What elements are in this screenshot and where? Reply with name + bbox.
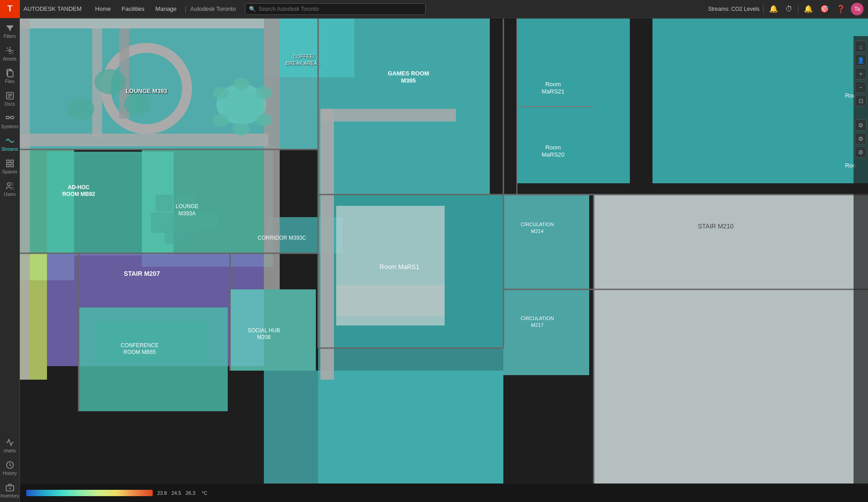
svg-rect-38: [264, 19, 280, 289]
svg-rect-8: [6, 164, 9, 167]
help-icon[interactable]: ❓: [835, 3, 847, 15]
sidebar-item-files-label: Files: [5, 79, 14, 84]
systems-icon: [5, 114, 14, 123]
svg-rect-33: [594, 289, 868, 483]
svg-text:ROOM MB92: ROOM MB92: [62, 191, 95, 197]
svg-rect-2: [8, 71, 13, 77]
search-bar[interactable]: 🔍: [245, 3, 426, 15]
app-logo: T: [0, 0, 20, 18]
svg-point-10: [7, 183, 10, 186]
target-icon[interactable]: 🎯: [818, 3, 831, 15]
sidebar-item-charts[interactable]: charts: [0, 434, 20, 457]
right-controls-panel: ⌂ 👤 + − ⊡ ⚙ ⚙ ⚙: [854, 36, 868, 484]
legend-bar: 23.8 24.5 26.3 °C: [20, 484, 868, 502]
svg-rect-6: [6, 160, 9, 163]
svg-point-0: [9, 50, 11, 52]
svg-text:AD-HOC: AD-HOC: [68, 184, 89, 191]
svg-rect-22: [652, 107, 868, 183]
svg-rect-7: [10, 160, 13, 163]
sidebar-item-inventory[interactable]: Inventory: [0, 479, 20, 502]
svg-rect-9: [10, 164, 13, 167]
users-icon: [5, 181, 14, 191]
sidebar-item-filters[interactable]: Filters: [0, 20, 20, 42]
legend-mid1: 24.5: [171, 490, 181, 496]
svg-rect-18: [318, 19, 490, 195]
nav-facilities[interactable]: Facilities: [117, 4, 149, 14]
svg-point-60: [94, 69, 126, 94]
fit-view-button[interactable]: ⊡: [855, 95, 867, 107]
svg-text:GAMES ROOM: GAMES ROOM: [388, 70, 429, 77]
svg-point-70: [233, 123, 249, 135]
sidebar-item-history-label: History: [3, 471, 17, 476]
home-view-button[interactable]: ⌂: [855, 41, 867, 52]
sidebar-item-systems[interactable]: Systems: [0, 110, 20, 133]
settings-view-button[interactable]: ⚙: [855, 119, 867, 131]
svg-rect-76: [94, 321, 207, 362]
sidebar-item-users-label: Users: [4, 192, 15, 197]
sidebar-item-filters-label: Filters: [4, 34, 16, 39]
svg-rect-29: [594, 195, 868, 289]
svg-text:M208: M208: [257, 334, 271, 340]
floor-plan[interactable]: LOUNGE M393 COFFEE/ BREAK AREA... GAMES …: [20, 18, 868, 484]
nav-manage[interactable]: Manage: [151, 4, 181, 14]
search-icon: 🔍: [249, 6, 256, 12]
floor-plan-svg: LOUNGE M393 COFFEE/ BREAK AREA... GAMES …: [20, 18, 868, 484]
sidebar-item-charts-label: charts: [4, 448, 16, 453]
legend-unit: °C: [202, 490, 207, 496]
sidebar: Filters Assets Files Docs Systems: [0, 18, 20, 502]
sidebar-item-spaces[interactable]: Spaces: [0, 155, 20, 178]
svg-rect-39: [20, 134, 268, 146]
svg-text:COFFEE/: COFFEE/: [293, 54, 315, 59]
sidebar-item-files[interactable]: Files: [0, 65, 20, 88]
svg-text:Room: Room: [545, 81, 561, 88]
sidebar-item-streams[interactable]: Streams: [0, 133, 20, 155]
sidebar-item-systems-label: Systems: [1, 124, 18, 129]
sidebar-item-users[interactable]: Users: [0, 178, 20, 200]
svg-text:STAIR M207: STAIR M207: [124, 270, 160, 277]
sidebar-item-inventory-label: Inventory: [0, 493, 19, 498]
settings-view-button2[interactable]: ⚙: [855, 146, 867, 158]
search-input[interactable]: [258, 6, 422, 12]
charts-icon: [5, 438, 14, 447]
streams-label: Streams: CO2 Levels: [708, 6, 760, 12]
sidebar-item-history[interactable]: History: [0, 457, 20, 479]
legend-gradient: [26, 490, 153, 496]
svg-text:CORRIDOR M393C: CORRIDOR M393C: [258, 235, 306, 241]
svg-text:MaRS21: MaRS21: [542, 88, 565, 95]
svg-rect-19: [517, 19, 630, 107]
svg-rect-74: [155, 195, 173, 212]
sidebar-item-assets[interactable]: Assets: [0, 42, 20, 65]
person-view-button[interactable]: 👤: [855, 54, 867, 66]
svg-text:SOCIAL HUB: SOCIAL HUB: [248, 327, 280, 334]
svg-rect-20: [652, 19, 868, 107]
svg-point-67: [213, 114, 229, 126]
bookmark-icon[interactable]: 🔔: [767, 3, 780, 15]
svg-point-68: [256, 114, 272, 126]
svg-text:M395: M395: [401, 77, 416, 84]
svg-rect-4: [6, 116, 9, 119]
svg-text:BREAK AREA...: BREAK AREA...: [286, 60, 322, 66]
svg-text:Room: Room: [545, 144, 561, 151]
main-view: LOUNGE M393 COFFEE/ BREAK AREA... GAMES …: [20, 18, 868, 502]
clock-icon[interactable]: ⏱: [784, 3, 794, 15]
nav-home[interactable]: Home: [91, 4, 116, 14]
facility-name: Autodesk Toronto: [190, 5, 236, 12]
sidebar-item-docs[interactable]: Docs: [0, 88, 20, 110]
divider2: [798, 5, 798, 14]
assets-icon: [5, 46, 14, 55]
right-controls: Streams: CO2 Levels 🔔 ⏱ 🔔 🎯 ❓ Ta: [708, 3, 868, 15]
docs-icon: [5, 91, 14, 100]
svg-text:CIRCULATION: CIRCULATION: [521, 222, 554, 227]
zoom-out-button[interactable]: −: [855, 81, 867, 93]
avatar[interactable]: Ta: [851, 3, 863, 15]
svg-text:Room MaRS1: Room MaRS1: [380, 263, 419, 270]
spaces-icon: [5, 159, 14, 168]
svg-rect-28: [503, 195, 589, 289]
streams-icon: [5, 136, 14, 145]
svg-text:CONFERENCE: CONFERENCE: [121, 342, 159, 349]
zoom-in-button[interactable]: +: [855, 68, 867, 79]
bell-icon[interactable]: 🔔: [802, 3, 815, 15]
extra-view-button[interactable]: ⚙: [855, 133, 867, 144]
svg-text:M393A: M393A: [178, 210, 196, 217]
svg-text:LOUNGE M393: LOUNGE M393: [126, 88, 167, 94]
